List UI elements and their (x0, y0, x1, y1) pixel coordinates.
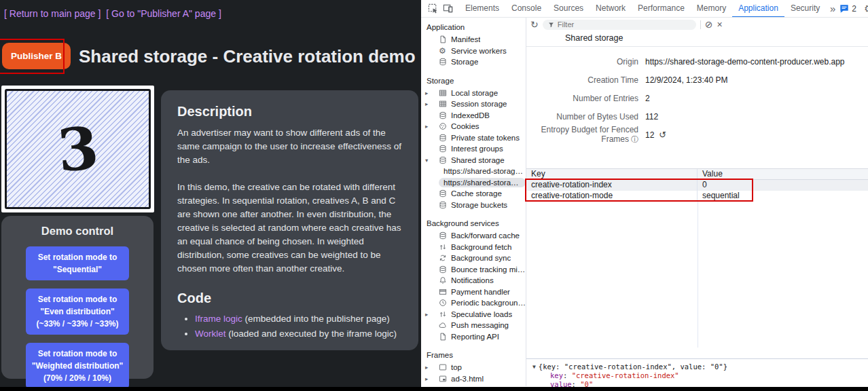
payment-icon (438, 287, 447, 296)
preview-colon: : (563, 371, 572, 379)
sidebar-item-private-state-tokens[interactable]: Private state tokens (421, 132, 526, 144)
worklet-link[interactable]: Worklet (195, 329, 226, 339)
reset-budget-icon[interactable]: ↺ (659, 130, 666, 140)
sidebar-item-notifications[interactable]: Notifications (421, 275, 526, 286)
sidebar-section-title: Frames (421, 350, 526, 362)
sidebar-item-payment-handler[interactable]: Payment handler (421, 286, 526, 298)
return-to-main-link[interactable]: [ Return to main page ] (4, 8, 101, 19)
sidebar-item-indexeddb[interactable]: IndexedDB (421, 110, 526, 122)
sidebar-item-label: Storage buckets (451, 201, 507, 209)
tab-network[interactable]: Network (590, 0, 632, 18)
triangle-collapsed-icon[interactable]: ▸ (425, 121, 433, 132)
preview-summary-row[interactable]: ▼{key: "creative-rotation-index", value:… (532, 362, 868, 371)
ad-creative-hatch: 3 (5, 89, 151, 209)
button-line: Set rotation mode to (29, 251, 126, 263)
triangle-expanded-icon[interactable]: ▾ (425, 155, 433, 166)
tab-sources[interactable]: Sources (547, 0, 590, 18)
tab-elements[interactable]: Elements (459, 0, 505, 18)
column-header-key[interactable]: Key (526, 169, 698, 179)
sidebar-item-local-storage[interactable]: ▸Local storage (421, 88, 526, 99)
sidebar-item-storage[interactable]: Storage (421, 56, 526, 68)
triangle-collapsed-icon[interactable]: ▸ (425, 98, 433, 110)
sidebar-item-storage-buckets[interactable]: Storage buckets (421, 200, 526, 211)
sidebar-item-periodic-background-s[interactable]: Periodic background s… (421, 297, 526, 309)
toolbar-separator (700, 20, 701, 29)
tab-memory[interactable]: Memory (691, 0, 732, 18)
chat-bubble-icon (839, 4, 849, 14)
messages-badge[interactable]: 2 (839, 4, 856, 14)
tab-security[interactable]: Security (784, 0, 826, 18)
sidebar-item-ad-3-html[interactable]: ▸ad-3.html (421, 373, 526, 385)
devtools-tabs: ElementsConsoleSourcesNetworkPerformance… (459, 0, 826, 18)
ad-creative[interactable]: 3 (1, 86, 154, 212)
filter-input[interactable] (558, 20, 691, 29)
metadata-label: Creation Time (526, 75, 638, 85)
devtools-tabbar: ElementsConsoleSourcesNetworkPerformance… (421, 0, 868, 18)
sidebar-item-speculative-loads[interactable]: ▸Speculative loads (421, 309, 526, 320)
sidebar-item-label: Cookies (451, 122, 480, 130)
table-row[interactable]: creative-rotation-modesequential (526, 191, 868, 202)
metadata-row-number-of-bytes-used: Number of Bytes Used112 (526, 107, 868, 126)
sidebar-item-interest-groups[interactable]: Interest groups (421, 143, 526, 155)
triangle-collapsed-icon[interactable]: ▸ (425, 373, 433, 385)
device-toolbar-icon[interactable] (440, 1, 455, 16)
sidebar-item-reporting-api[interactable]: Reporting API (421, 331, 526, 343)
metadata-value: 112 (645, 112, 658, 122)
sidebar-item-push-messaging[interactable]: Push messaging (421, 320, 526, 331)
sidebar-item-back-forward-cache[interactable]: Back/forward cache (421, 230, 526, 242)
sidebar-item-session-storage[interactable]: ▸Session storage (421, 98, 526, 110)
go-to-publisher-a-link[interactable]: [ Go to "Publisher A" page ] (106, 8, 221, 19)
column-header-value[interactable]: Value (698, 169, 868, 179)
sidebar-item-shared-storage[interactable]: ▾Shared storage (421, 155, 526, 166)
filter-box (543, 20, 696, 30)
button-line: "Sequential" (29, 263, 126, 276)
sidebar-item-label: https://shared-storage-d… (444, 167, 526, 175)
sidebar-item-bounce-tracking-mitiga[interactable]: Bounce tracking mitiga… (421, 264, 526, 276)
demo-control-title: Demo control (1, 225, 153, 238)
clear-icon[interactable]: × (717, 20, 722, 29)
database-icon (438, 231, 447, 240)
settings-gear-icon[interactable]: ⚙ (862, 3, 868, 15)
block-icon[interactable]: ⊘ (705, 20, 713, 29)
sidebar-item-cookies[interactable]: ▸Cookies (421, 121, 526, 132)
set-rotation-even-button[interactable]: Set rotation mode to"Even distribution"(… (26, 288, 129, 335)
sidebar-item-background-sync[interactable]: Background sync (421, 253, 526, 264)
tab-application[interactable]: Application (732, 0, 784, 18)
sidebar-item-label: Background sync (451, 254, 511, 262)
iframe-logic-link[interactable]: Iframe logic (195, 314, 242, 324)
service-worker-icon: ⚙ (438, 46, 447, 55)
table-icon (438, 100, 447, 109)
table-icon (438, 88, 447, 97)
metadata-value: 12 (645, 130, 654, 140)
more-tabs-icon[interactable]: » (826, 3, 839, 14)
sidebar-item-service-workers[interactable]: ⚙Service workers (421, 45, 526, 57)
metadata-label: Number of Entries (526, 94, 638, 103)
sidebar-item-manifest[interactable]: Manifest (421, 34, 526, 45)
sidebar-item-https-shared-storage-d[interactable]: https://shared-storage-d… (421, 166, 526, 177)
sidebar-item-https-shared-storage-d[interactable]: https://shared-storage-d… (421, 177, 526, 189)
sidebar-item-background-fetch[interactable]: Background fetch (421, 242, 526, 253)
refresh-icon[interactable]: ↻ (530, 20, 539, 29)
tab-performance[interactable]: Performance (632, 0, 691, 18)
button-line: "Even distribution" (29, 305, 126, 318)
set-rotation-sequential-button[interactable]: Set rotation mode to"Sequential" (26, 246, 129, 280)
sidebar-item-cache-storage[interactable]: Cache storage (421, 188, 526, 200)
table-row[interactable]: creative-rotation-index0 (526, 180, 868, 191)
cell-key: creative-rotation-mode (526, 191, 698, 202)
metadata-label: Origin (526, 57, 638, 67)
tab-console[interactable]: Console (505, 0, 547, 18)
sidebar-item-top[interactable]: ▸top (421, 362, 526, 373)
iframe-icon (438, 374, 447, 383)
metadata-value: 2 (645, 94, 650, 103)
set-rotation-weighted-button[interactable]: Set rotation mode to"Weighted distributi… (26, 343, 129, 387)
button-line: Set rotation mode to (29, 348, 126, 360)
publisher-b-button[interactable]: Publisher B (2, 43, 71, 69)
inspect-element-icon[interactable] (425, 1, 440, 16)
description-title: Description (177, 104, 402, 119)
triangle-collapsed-icon[interactable]: ▸ (425, 362, 433, 373)
code-bullet-text: (embedded into the publisher page) (242, 314, 390, 324)
info-icon[interactable]: ⓘ (631, 135, 638, 143)
triangle-collapsed-icon[interactable]: ▸ (425, 88, 433, 99)
metadata-label: Entropy Budget for Fenced Framesⓘ (526, 125, 638, 145)
triangle-collapsed-icon[interactable]: ▸ (425, 309, 433, 320)
